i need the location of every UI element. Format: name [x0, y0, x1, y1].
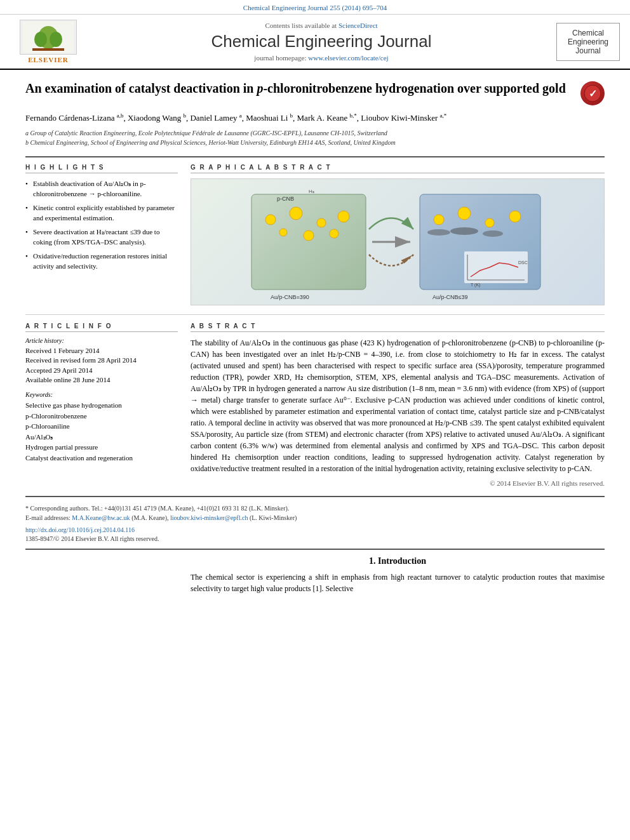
svg-text:p-CNB: p-CNB — [277, 196, 294, 202]
journal-title: Chemical Engineering Journal — [93, 32, 550, 51]
svg-point-14 — [304, 230, 314, 241]
homepage-link[interactable]: www.elsevier.com/locate/cej — [308, 54, 388, 62]
abstract-column: A B S T R A C T The stability of Au/Al₂O… — [191, 323, 605, 487]
article-history-block: Article history: Received 1 February 201… — [25, 337, 178, 385]
introduction-column: 1. Introduction The chemical sector is e… — [191, 556, 605, 594]
introduction-text: The chemical sector is experiencing a sh… — [191, 571, 605, 594]
svg-point-22 — [434, 215, 444, 225]
keywords-list: Selective gas phase hydrogenation p-Chlo… — [25, 400, 178, 463]
svg-point-3 — [34, 32, 47, 47]
keyword-2: p-Chloronitrobenzene — [25, 411, 178, 422]
highlight-item-3: Severe deactivation at H₂/reactant ≤39 d… — [25, 227, 178, 248]
svg-text:T (K): T (K) — [471, 283, 480, 288]
introduction-heading: 1. Introduction — [191, 556, 605, 566]
graphical-abstract-image: p-CNB H₂ — [191, 178, 605, 305]
svg-point-27 — [450, 227, 478, 235]
main-content: An examination of catalyst deactivation … — [0, 70, 630, 604]
affiliations: a Group of Catalytic Reaction Engineerin… — [25, 128, 605, 147]
journal-citation: Chemical Engineering Journal 255 (2014) … — [0, 0, 630, 15]
keywords-label: Keywords: — [25, 391, 178, 398]
svg-point-4 — [50, 32, 62, 47]
svg-point-26 — [427, 229, 450, 236]
authors: Fernando Cárdenas-Lizana a,b, Xiaodong W… — [25, 112, 605, 124]
journal-header: ELSEVIER Contents lists available at Sci… — [0, 15, 630, 70]
email-1-name: (M.A. Keane), — [131, 514, 170, 521]
svg-rect-5 — [32, 48, 64, 51]
sciencedirect-line: Contents lists available at ScienceDirec… — [93, 22, 550, 29]
article-title-block: An examination of catalyst deactivation … — [25, 80, 605, 105]
header-divider — [25, 156, 605, 157]
svg-text:DSC: DSC — [518, 260, 528, 265]
highlight-item-2: Kinetic control explicitly established b… — [25, 203, 178, 223]
article-info-abstract-section: A R T I C L E I N F O Article history: R… — [25, 323, 605, 487]
svg-point-28 — [483, 230, 503, 237]
section-divider-3 — [25, 549, 605, 550]
email-2-name: (L. Kiwi-Minsker) — [250, 514, 297, 521]
issn-line: 1385-8947/© 2014 Elsevier B.V. All right… — [25, 535, 605, 542]
publisher-logo-area: ELSEVIER — [10, 20, 86, 63]
elsevier-tree-logo — [20, 20, 77, 55]
graphical-abstract-column: G R A P H I C A L A B S T R A C T — [191, 164, 605, 305]
keyword-3: p-Chloroaniline — [25, 421, 178, 432]
highlight-item-1: Establish deactivation of Au/Al₂O₃ in p-… — [25, 178, 178, 199]
email-label: E-mail addresses: — [25, 514, 70, 521]
corresponding-author-note: * Corresponding authors. Tel.: +44(0)131… — [25, 503, 605, 513]
svg-text:Au/p-CNB=390: Au/p-CNB=390 — [271, 294, 309, 300]
sciencedirect-link[interactable]: ScienceDirect — [338, 22, 378, 29]
highlight-item-4: Oxidative/reduction regeneration restore… — [25, 251, 178, 272]
graphical-abstract-heading: G R A P H I C A L A B S T R A C T — [191, 164, 605, 173]
svg-point-24 — [485, 218, 494, 227]
email-link-1[interactable]: M.A.Keane@hw.ac.uk — [72, 514, 130, 521]
article-info-left: A R T I C L E I N F O Article history: R… — [25, 323, 178, 487]
keyword-1: Selective gas phase hydrogenation — [25, 400, 178, 411]
affiliation-b: b Chemical Engineering, School of Engine… — [25, 138, 605, 147]
crossmark-badge: ✓ — [580, 81, 605, 105]
article-info-heading: A R T I C L E I N F O — [25, 323, 178, 332]
svg-point-25 — [509, 211, 521, 222]
introduction-section: 1. Introduction The chemical sector is e… — [25, 556, 605, 594]
journal-title-area: Contents lists available at ScienceDirec… — [93, 22, 550, 62]
footnotes: * Corresponding authors. Tel.: +44(0)131… — [25, 503, 605, 523]
article-title-text: An examination of catalyst deactivation … — [25, 80, 574, 97]
keyword-6: Catalyst deactivation and regeneration — [25, 453, 178, 463]
keyword-4: Au/Al₂O₃ — [25, 432, 178, 443]
highlights-column: H I G H L I G H T S Establish deactivati… — [25, 164, 178, 305]
doi-line[interactable]: http://dx.doi.org/10.1016/j.cej.2014.04.… — [25, 526, 605, 533]
email-addresses: E-mail addresses: M.A.Keane@hw.ac.uk (M.… — [25, 513, 605, 523]
svg-text:✓: ✓ — [589, 88, 597, 99]
available-date: Available online 28 June 2014 — [25, 375, 178, 385]
svg-point-13 — [279, 229, 287, 236]
svg-point-15 — [330, 229, 338, 238]
highlights-graphical-section: H I G H L I G H T S Establish deactivati… — [25, 164, 605, 305]
section-divider-2 — [25, 496, 605, 497]
keyword-5: Hydrogen partial pressure — [25, 442, 178, 453]
accepted-date: Accepted 29 April 2014 — [25, 366, 178, 375]
elsevier-text: ELSEVIER — [28, 56, 69, 63]
svg-point-23 — [458, 207, 471, 220]
history-label: Article history: — [25, 337, 178, 344]
svg-point-10 — [290, 207, 302, 220]
elsevier-logo: ELSEVIER — [10, 20, 86, 63]
received-date: Received 1 February 2014 — [25, 346, 178, 356]
section-divider-1 — [25, 314, 605, 315]
email-link-2[interactable]: lioubov.kiwi-minsker@epfl.ch — [170, 514, 248, 521]
svg-point-9 — [265, 215, 276, 225]
highlights-list: Establish deactivation of Au/Al₂O₃ in p-… — [25, 178, 178, 272]
affiliation-a: a Group of Catalytic Reaction Engineerin… — [25, 128, 605, 138]
svg-point-11 — [317, 218, 326, 227]
svg-text:Au/p-CNB≤39: Au/p-CNB≤39 — [432, 294, 467, 300]
copyright-line: © 2014 Elsevier B.V. All rights reserved… — [191, 479, 605, 487]
svg-point-12 — [338, 211, 349, 222]
highlights-heading: H I G H L I G H T S — [25, 164, 178, 173]
abstract-text: The stability of Au/Al₂O₃ in the continu… — [191, 337, 605, 474]
svg-text:H₂: H₂ — [309, 189, 314, 194]
sciencedirect-prefix: Contents lists available at — [265, 22, 337, 29]
svg-rect-8 — [251, 194, 366, 290]
revised-date: Received in revised form 28 April 2014 — [25, 356, 178, 365]
abstract-heading: A B S T R A C T — [191, 323, 605, 332]
bottom-left-spacer — [25, 556, 178, 594]
citation-text: Chemical Engineering Journal 255 (2014) … — [243, 4, 387, 11]
journal-sidebar-title: ChemicalEngineeringJournal — [556, 23, 620, 61]
keywords-block: Keywords: Selective gas phase hydrogenat… — [25, 391, 178, 463]
journal-homepage: journal homepage: www.elsevier.com/locat… — [93, 54, 550, 62]
